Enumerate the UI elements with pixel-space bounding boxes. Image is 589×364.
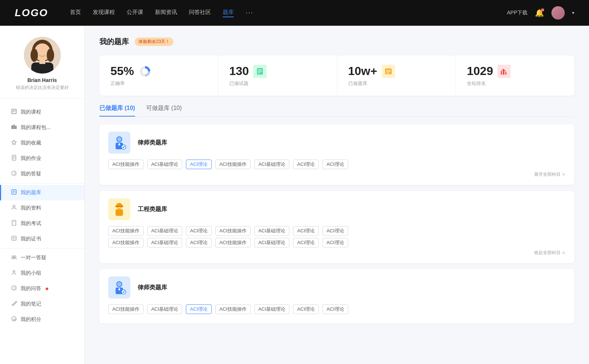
svg-rect-57 bbox=[116, 209, 123, 216]
nav-open[interactable]: 公开课 bbox=[127, 9, 143, 17]
sidebar-item-my-info[interactable]: 我的资料 bbox=[0, 200, 84, 216]
tag-law2-0[interactable]: ACI技能操作 bbox=[108, 304, 144, 314]
sidebar-item-my-points[interactable]: pts 我的积分 bbox=[0, 312, 84, 327]
nav-home[interactable]: 首页 bbox=[70, 9, 81, 17]
user-menu-chevron[interactable]: ▾ bbox=[572, 10, 574, 15]
tag-eng-r2-2[interactable]: ACI理论 bbox=[186, 238, 212, 247]
tag-law-1[interactable]: ACI基础理论 bbox=[147, 160, 183, 169]
cert-icon bbox=[11, 235, 17, 243]
tag-law-5[interactable]: ACI理论 bbox=[293, 160, 319, 169]
sidebar-item-one-on-one[interactable]: 一对一答疑 bbox=[0, 250, 84, 265]
svg-point-23 bbox=[13, 205, 15, 207]
tag-law2-4[interactable]: ACI基础理论 bbox=[254, 304, 290, 314]
tab-available[interactable]: 可做题库 (10) bbox=[146, 104, 182, 117]
tag-eng-r2-6[interactable]: ACI理论 bbox=[322, 238, 348, 247]
svg-rect-48 bbox=[505, 72, 507, 75]
sidebar-item-my-qbank[interactable]: 我的题库 bbox=[0, 185, 84, 200]
tag-law-0[interactable]: ACI技能操作 bbox=[108, 160, 144, 169]
sidebar-item-my-homework[interactable]: 我的作业 bbox=[0, 151, 84, 166]
tag-law2-5[interactable]: ACI理论 bbox=[293, 304, 319, 314]
sidebar-item-my-course-pack[interactable]: 我的课程包... bbox=[0, 120, 84, 135]
svg-point-29 bbox=[14, 256, 16, 258]
tag-law-6[interactable]: ACI理论 bbox=[322, 160, 348, 169]
sidebar-item-my-course[interactable]: 我的课程 bbox=[0, 104, 84, 120]
svg-rect-5 bbox=[31, 63, 53, 74]
tag-eng-4[interactable]: ACI基础理论 bbox=[254, 226, 290, 236]
nav-more[interactable]: ··· bbox=[246, 9, 253, 17]
stat-accuracy-top: 55% bbox=[110, 64, 207, 78]
tag-law-2[interactable]: ACI理论 bbox=[186, 160, 212, 169]
avatar-image bbox=[24, 37, 61, 74]
tag-eng-r2-1[interactable]: ACI基础理论 bbox=[147, 238, 183, 247]
tag-law2-3[interactable]: ACI技能操作 bbox=[215, 304, 251, 314]
user-avatar[interactable] bbox=[551, 6, 565, 19]
notification-bell[interactable]: 🔔 bbox=[535, 8, 544, 17]
done-banks-icon bbox=[382, 65, 395, 78]
tag-law2-2[interactable]: ACI理论 bbox=[186, 304, 212, 314]
qbank-law2-icon bbox=[108, 276, 130, 299]
stats-row: 55% 正确率 130 bbox=[99, 56, 574, 96]
app-download-button[interactable]: APP下载 bbox=[507, 10, 528, 16]
svg-text:?: ? bbox=[14, 286, 15, 290]
sidebar-item-my-group[interactable]: 我的小组 bbox=[0, 265, 84, 281]
stat-accuracy-value: 55% bbox=[110, 64, 134, 78]
tag-eng-2[interactable]: ACI理论 bbox=[186, 226, 212, 236]
tag-eng-r2-5[interactable]: ACI理论 bbox=[293, 238, 319, 247]
stat-done-questions-value: 130 bbox=[229, 64, 249, 78]
svg-point-30 bbox=[13, 271, 15, 272]
tag-eng-r2-3[interactable]: ACI技能操作 bbox=[215, 238, 251, 247]
svg-rect-20 bbox=[12, 190, 16, 194]
course-icon bbox=[11, 108, 17, 116]
svg-rect-26 bbox=[12, 236, 16, 240]
sidebar-item-my-exam[interactable]: 我的考试 bbox=[0, 216, 84, 231]
tag-eng-3[interactable]: ACI技能操作 bbox=[215, 226, 251, 236]
sidebar-label-my-exam: 我的考试 bbox=[21, 220, 41, 227]
stat-rank-label: 全站排名 bbox=[467, 80, 563, 87]
qbank-law2-tags: ACI技能操作 ACI基础理论 ACI理论 ACI技能操作 ACI基础理论 AC… bbox=[108, 304, 565, 314]
sidebar-label-my-answers: 我的问答 bbox=[21, 285, 41, 292]
tag-eng-0[interactable]: ACI技能操作 bbox=[108, 226, 144, 236]
tab-done[interactable]: 已做题库 (10) bbox=[99, 104, 135, 117]
collapse-eng-link[interactable]: 收起全部科目 ∧ bbox=[108, 250, 565, 256]
expand-law-link[interactable]: 展开全部科目 ∨ bbox=[108, 171, 565, 178]
tag-law-3[interactable]: ACI技能操作 bbox=[215, 160, 251, 169]
tag-eng-6[interactable]: ACI理论 bbox=[322, 226, 348, 236]
tag-eng-r2-4[interactable]: ACI基础理论 bbox=[254, 238, 290, 247]
tag-law2-1[interactable]: ACI基础理论 bbox=[147, 304, 183, 314]
sidebar-item-my-favorite[interactable]: 我的收藏 bbox=[0, 135, 84, 151]
nav-qbank[interactable]: 题库 bbox=[223, 9, 234, 17]
qbank-eng-tags-row2: ACI技能操作 ACI基础理论 ACI理论 ACI技能操作 ACI基础理论 AC… bbox=[108, 238, 565, 247]
trial-badge: 体验剩余23天！ bbox=[135, 38, 173, 46]
svg-point-37 bbox=[142, 68, 148, 74]
svg-rect-6 bbox=[39, 59, 45, 64]
nav-qa[interactable]: 问答社区 bbox=[189, 9, 211, 17]
sidebar-divider-2 bbox=[0, 248, 84, 249]
sidebar-label-my-cert: 我的证书 bbox=[21, 236, 41, 242]
svg-rect-10 bbox=[11, 125, 13, 129]
tag-eng-1[interactable]: ACI基础理论 bbox=[147, 226, 183, 236]
nav-news[interactable]: 新闻资讯 bbox=[155, 9, 177, 17]
sidebar-item-my-cert[interactable]: 我的证书 bbox=[0, 231, 84, 247]
sidebar-label-my-course-pack: 我的课程包... bbox=[21, 124, 51, 131]
tag-eng-5[interactable]: ACI理论 bbox=[293, 226, 319, 236]
svg-rect-24 bbox=[12, 220, 16, 225]
answers-notification-dot bbox=[46, 288, 48, 290]
tag-law2-6[interactable]: ACI理论 bbox=[322, 304, 348, 314]
qbank-eng-tags-row1: ACI技能操作 ACI基础理论 ACI理论 ACI技能操作 ACI基础理论 AC… bbox=[108, 226, 565, 236]
tag-law-4[interactable]: ACI基础理论 bbox=[254, 160, 290, 169]
tabs: 已做题库 (10) 可做题库 (10) bbox=[99, 104, 574, 117]
main-content: 我的题库 体验剩余23天！ 55% 正确 bbox=[85, 26, 589, 364]
svg-text:pts: pts bbox=[13, 318, 17, 321]
sidebar-item-my-answers[interactable]: ? 我的问答 bbox=[0, 281, 84, 296]
logo[interactable]: LOGO bbox=[15, 7, 48, 19]
sidebar-item-my-question[interactable]: ? 我的答疑 bbox=[0, 166, 84, 182]
nav-discover[interactable]: 发现课程 bbox=[93, 9, 115, 17]
tag-eng-r2-0[interactable]: ACI技能操作 bbox=[108, 238, 144, 247]
qbank-card-eng-header: 工程类题库 bbox=[108, 198, 565, 220]
svg-point-3 bbox=[31, 49, 38, 62]
accuracy-icon bbox=[138, 65, 152, 78]
qbank-card-engineering: 工程类题库 ACI技能操作 ACI基础理论 ACI理论 ACI技能操作 ACI基… bbox=[99, 191, 574, 263]
course-pack-icon bbox=[11, 124, 17, 131]
sidebar-label-my-points: 我的积分 bbox=[21, 316, 41, 323]
sidebar-item-my-notes[interactable]: 我的笔记 bbox=[0, 296, 84, 312]
